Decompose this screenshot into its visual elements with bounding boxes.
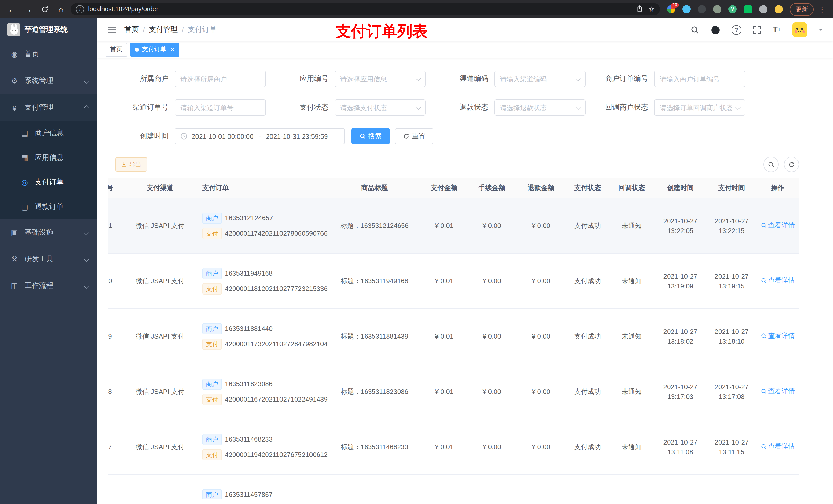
sidebar-item-payment[interactable]: ¥ 支付管理 [0, 94, 97, 121]
home-icon[interactable]: ⌂ [54, 3, 68, 16]
sidebar-item-workflow[interactable]: ◫ 工作流程 [0, 272, 97, 299]
sidebar-item-app-info[interactable]: ▦ 应用信息 [0, 145, 97, 170]
app-title: 芋道管理系统 [25, 25, 68, 34]
chrome-update-button[interactable]: 更新 [790, 3, 813, 16]
channel-order-no-input[interactable] [175, 99, 266, 116]
extension-palette-icon[interactable]: 10 [667, 5, 675, 13]
app-logo[interactable]: 芋道管理系统 [0, 19, 97, 41]
range-separator: - [257, 133, 262, 140]
chevron-down-icon [84, 78, 89, 83]
sidebar-item-label: 退款订单 [35, 202, 89, 212]
extension-drop-icon[interactable] [682, 5, 691, 13]
sidebar-item-home[interactable]: ◉ 首页 [0, 41, 97, 68]
chevron-down-icon [84, 230, 89, 235]
cell-id: 117 [108, 442, 123, 452]
pay-status-select[interactable] [335, 99, 426, 116]
avatar-dropdown-caret[interactable] [819, 29, 823, 33]
tab-label: 支付订单 [142, 45, 166, 54]
cell-notify-status: 未通知 [610, 442, 654, 452]
extension-chat-icon[interactable] [744, 5, 752, 13]
cell-fee-amount: ¥ 0.00 [467, 442, 516, 452]
cell-pay-order: 商户1635311823086 支付4200001167202110271022… [197, 378, 328, 405]
help-icon[interactable]: ? [732, 25, 741, 34]
tab-home[interactable]: 首页 [105, 42, 127, 56]
extension-grey-icon[interactable] [713, 5, 721, 13]
github-icon[interactable] [711, 25, 720, 34]
reload-icon[interactable] [38, 3, 51, 16]
forward-icon[interactable]: → [22, 3, 35, 16]
font-size-icon[interactable]: TT [772, 26, 781, 34]
merchant-tag: 商户 [203, 323, 222, 334]
reset-button[interactable]: 重置 [395, 128, 433, 144]
cell-pay-amount: ¥ 0.01 [421, 386, 467, 397]
avatar[interactable] [792, 22, 807, 38]
sidebar-item-infrastructure[interactable]: ▣ 基础设施 [0, 219, 97, 246]
tab-close-icon[interactable]: × [171, 46, 174, 53]
col-pay-status: 支付状态 [566, 183, 610, 193]
sidebar-item-dev-tools[interactable]: ⚒ 研发工具 [0, 246, 97, 272]
sidebar-item-label: 支付订单 [35, 178, 89, 187]
filter-label: 所属商户 [108, 74, 175, 83]
extension-dark-icon[interactable] [698, 5, 706, 13]
cell-id: 118 [108, 386, 123, 397]
cell-notify-status: 未通知 [610, 220, 654, 231]
cell-pay-order: 商户1635311949168 支付4200001181202110277723… [197, 268, 328, 294]
extension-face-icon[interactable] [775, 5, 783, 13]
cell-fee-amount: ¥ 0.00 [467, 220, 516, 231]
filter-label: 支付状态 [267, 103, 335, 112]
extension-pin-icon[interactable] [759, 5, 767, 13]
export-button[interactable]: 导出 [115, 157, 147, 172]
view-detail-link[interactable]: 查看详情 [761, 275, 795, 286]
bookmark-star-icon[interactable]: ☆ [648, 6, 655, 13]
search-button[interactable]: 搜索 [352, 128, 390, 144]
create-time-range-picker[interactable]: 2021-10-01 00:00:00 - 2021-10-31 23:59:5… [175, 128, 345, 144]
sidebar-item-merchant-info[interactable]: ▤ 商户信息 [0, 121, 97, 145]
address-bar[interactable]: i localhost:1024/pay/order ☆ [71, 3, 660, 15]
col-pay-amount: 支付金额 [421, 183, 467, 193]
refund-status-select[interactable] [494, 99, 586, 116]
merchant-input[interactable] [175, 71, 266, 87]
screen: ← → ⌂ i localhost:1024/pay/order ☆ 10 V [0, 0, 833, 504]
fullscreen-icon[interactable] [753, 25, 761, 34]
search-icon[interactable] [691, 25, 699, 34]
tags-view-bar: 首页 支付订单 × [97, 41, 833, 58]
hamburger-icon[interactable] [102, 26, 121, 33]
breadcrumb-home[interactable]: 首页 [124, 25, 139, 34]
site-info-icon[interactable]: i [76, 5, 84, 13]
extensions-area: 10 V [667, 5, 783, 13]
app-select[interactable] [335, 71, 426, 87]
share-icon[interactable] [637, 5, 643, 14]
view-detail-link[interactable]: 查看详情 [761, 220, 795, 230]
breadcrumb-pay-manage[interactable]: 支付管理 [149, 25, 178, 34]
app-header: 首页 / 支付管理 / 支付订单 支付订单列表 ? [97, 19, 833, 41]
back-icon[interactable]: ← [5, 3, 19, 16]
pay-order-no: 4200001174202110278060590766 [225, 228, 328, 238]
tab-pay-order[interactable]: 支付订单 × [130, 42, 179, 56]
view-detail-link[interactable]: 查看详情 [761, 441, 795, 452]
sidebar-item-label: 首页 [25, 50, 89, 59]
cell-pay-order: 商户1635311468233 支付4200001194202110276752… [197, 434, 328, 460]
extension-vue-icon[interactable]: V [729, 5, 737, 13]
search-toggle-icon[interactable] [763, 157, 779, 172]
merchant-order-no: 1635311881440 [225, 323, 272, 334]
browser-chrome: ← → ⌂ i localhost:1024/pay/order ☆ 10 V [0, 0, 833, 19]
browser-menu-icon[interactable]: ⋮ [817, 5, 828, 13]
cell-title: 标题：1635312124656 [328, 220, 421, 231]
search-icon [761, 333, 767, 339]
merchant-order-no-input[interactable] [654, 71, 745, 87]
refresh-table-icon[interactable] [784, 157, 799, 172]
sidebar-item-label: 商户信息 [35, 128, 89, 138]
cell-notify-status: 未通知 [610, 331, 654, 341]
notify-status-select[interactable] [654, 99, 745, 116]
channel-code-input[interactable] [494, 71, 586, 87]
sidebar-item-system[interactable]: ⚙ 系统管理 [0, 68, 97, 94]
view-detail-link[interactable]: 查看详情 [761, 386, 795, 396]
search-icon [360, 133, 366, 139]
view-detail-link[interactable]: 查看详情 [761, 331, 795, 341]
table-row: 商户1635311457867 支付 [108, 475, 799, 499]
col-title: 商品标题 [328, 183, 421, 193]
sidebar-item-refund-order[interactable]: ▢ 退款订单 [0, 195, 97, 219]
pay-tag: 支付 [203, 393, 222, 405]
sidebar-item-pay-order[interactable]: ◎ 支付订单 [0, 170, 97, 195]
merchant-order-no: 1635311949168 [225, 268, 272, 279]
